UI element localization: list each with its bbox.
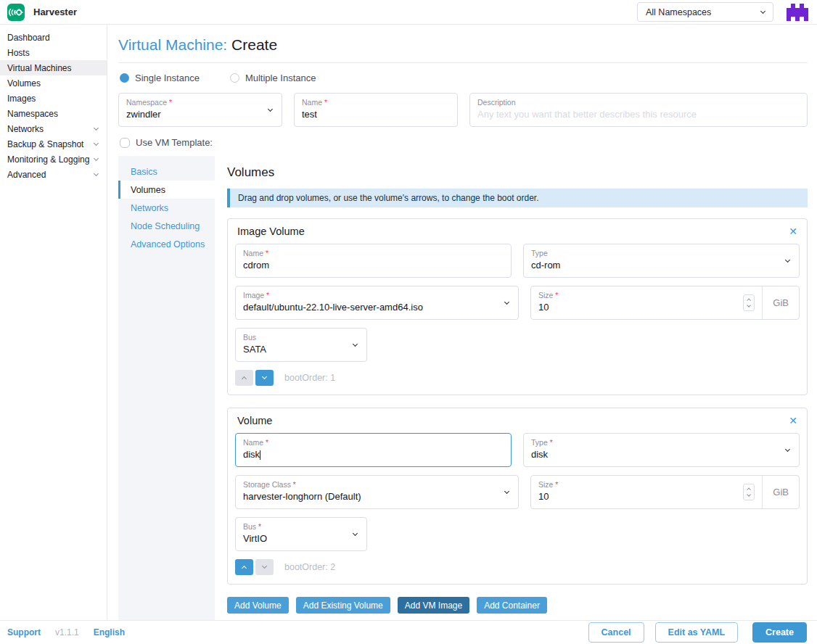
field-label: Name [243, 438, 504, 447]
field-label: Name [302, 98, 450, 107]
title-divider [118, 62, 808, 63]
namespace-filter-select[interactable]: All Namespaces [637, 2, 773, 22]
sidebar-item-label: Advanced [7, 170, 46, 180]
volume-type-select[interactable]: Type disk [523, 433, 800, 467]
use-vm-template-row: Use VM Template: [120, 137, 808, 148]
add-volume-button[interactable]: Add Volume [227, 597, 289, 614]
close-icon[interactable]: ✕ [789, 226, 797, 236]
volume-size-value: 10 [538, 302, 736, 313]
boot-order-label: bootOrder: 1 [284, 373, 335, 383]
tab-label: Networks [131, 203, 168, 213]
stepper-up-icon [747, 298, 751, 302]
field-label: Type [531, 249, 792, 257]
instance-mode-radios: Single Instance Multiple Instance [120, 73, 808, 83]
field-label: Namespace [126, 98, 274, 107]
volume-bus-value: VirtIO [243, 533, 359, 544]
top-bar: Harvester All Namespaces [0, 0, 817, 25]
tab-volumes[interactable]: Volumes [118, 181, 215, 199]
use-vm-template-checkbox[interactable] [120, 138, 130, 148]
volume-bus-select[interactable]: Bus SATA [235, 328, 367, 362]
volume-type-value: cd-rom [531, 260, 792, 271]
page-title-resource: Virtual Machine: [118, 36, 227, 53]
sidebar-item-namespaces[interactable]: Namespaces [0, 106, 107, 121]
sidebar-item-networks[interactable]: Networks [0, 121, 107, 136]
namespace-select[interactable]: Namespace zwindler [118, 93, 282, 127]
image-volume-card: Image Volume ✕ Name cdrom Type cd-rom [227, 218, 808, 395]
sidebar-item-images[interactable]: Images [0, 91, 107, 106]
move-volume-down-button[interactable] [255, 559, 274, 575]
radio-single-instance[interactable]: Single Instance [120, 73, 200, 83]
use-vm-template-label: Use VM Template: [136, 137, 213, 148]
field-label: Image [243, 291, 511, 300]
volume-image-select[interactable]: Image default/ubuntu-22.10-live-server-a… [235, 286, 519, 320]
storage-class-select[interactable]: Storage Class harvester-longhorn (Defaul… [235, 475, 519, 509]
chevron-down-icon [94, 141, 99, 146]
harvester-logo-icon [7, 4, 25, 21]
move-volume-down-button[interactable] [255, 370, 274, 386]
radio-multiple-instance[interactable]: Multiple Instance [230, 73, 316, 83]
volume-actions-row: Add Volume Add Existing Volume Add VM Im… [227, 597, 808, 614]
sidebar-item-dashboard[interactable]: Dashboard [0, 30, 107, 45]
support-link[interactable]: Support [7, 627, 41, 637]
field-label: Size [538, 291, 736, 300]
volume-name-value: disk [243, 449, 260, 460]
stepper-up-icon [747, 487, 751, 492]
sidebar-item-label: Networks [7, 124, 44, 134]
vm-name-value: test [302, 109, 450, 120]
brand-name: Harvester [33, 7, 77, 17]
arrow-down-icon [262, 564, 267, 569]
volumes-tab-content: Volumes Drag and drop volumes, or use th… [215, 156, 808, 620]
language-link[interactable]: English [94, 627, 125, 637]
vm-config-section: Basics Volumes Networks Node Scheduling … [118, 156, 808, 620]
sidebar-item-label: Hosts [7, 48, 30, 58]
chevron-down-icon [94, 125, 99, 131]
arrow-up-icon [242, 566, 247, 571]
card-title: Image Volume [237, 226, 305, 237]
volume-size-value: 10 [538, 491, 736, 502]
size-stepper[interactable] [743, 294, 755, 311]
volume-size-field[interactable]: Size 10 GiB [530, 286, 800, 320]
sidebar-item-label: Backup & Snapshot [7, 139, 83, 149]
boot-order-row: bootOrder: 1 [235, 370, 800, 386]
edit-as-yaml-button[interactable]: Edit as YAML [655, 622, 739, 643]
tab-label: Advanced Options [131, 239, 205, 249]
tab-basics[interactable]: Basics [118, 162, 215, 181]
tab-label: Basics [131, 167, 157, 177]
description-field[interactable]: Description Any text you want that bette… [469, 93, 808, 127]
create-button[interactable]: Create [752, 622, 807, 643]
tab-networks[interactable]: Networks [118, 199, 215, 217]
volumes-heading: Volumes [227, 165, 808, 180]
sidebar-item-label: Namespaces [7, 109, 58, 119]
sidebar-item-label: Dashboard [7, 33, 50, 43]
add-vm-image-button[interactable]: Add VM Image [398, 597, 469, 614]
volume-name-field-focused[interactable]: Name disk [235, 433, 512, 467]
footer-bar: Support v1.1.1 English Cancel Edit as YA… [0, 620, 817, 644]
volume-name-field[interactable]: Name cdrom [235, 244, 512, 278]
close-icon[interactable]: ✕ [789, 416, 797, 426]
field-label: Description [477, 98, 800, 107]
add-existing-volume-button[interactable]: Add Existing Volume [296, 597, 390, 614]
volume-type-select[interactable]: Type cd-rom [523, 244, 800, 278]
tab-node-scheduling[interactable]: Node Scheduling [118, 217, 215, 235]
size-stepper[interactable] [743, 484, 755, 500]
user-avatar[interactable] [787, 2, 808, 22]
vm-name-field[interactable]: Name test [294, 93, 458, 127]
volume-bus-select[interactable]: Bus VirtIO [235, 517, 367, 551]
radio-selected-icon [120, 73, 129, 83]
volume-size-field[interactable]: Size 10 GiB [530, 475, 800, 509]
move-volume-up-button[interactable] [235, 559, 253, 575]
sidebar-item-advanced[interactable]: Advanced [0, 167, 107, 182]
sidebar-item-backup-snapshot[interactable]: Backup & Snapshot [0, 136, 107, 152]
add-container-button[interactable]: Add Container [477, 597, 547, 614]
sidebar-item-hosts[interactable]: Hosts [0, 45, 107, 60]
sidebar-item-monitoring-logging[interactable]: Monitoring & Logging [0, 152, 107, 167]
cancel-button[interactable]: Cancel [588, 622, 644, 643]
page-title: Virtual Machine: Create [118, 36, 808, 54]
main-content: Virtual Machine: Create Single Instance … [108, 25, 817, 620]
tab-advanced-options[interactable]: Advanced Options [118, 235, 215, 253]
sidebar-item-virtual-machines[interactable]: Virtual Machines [0, 60, 107, 75]
sidebar-item-volumes[interactable]: Volumes [0, 75, 107, 91]
namespace-value: zwindler [126, 109, 274, 120]
sidebar-item-label: Volumes [7, 78, 41, 88]
move-volume-up-button[interactable] [235, 370, 253, 386]
